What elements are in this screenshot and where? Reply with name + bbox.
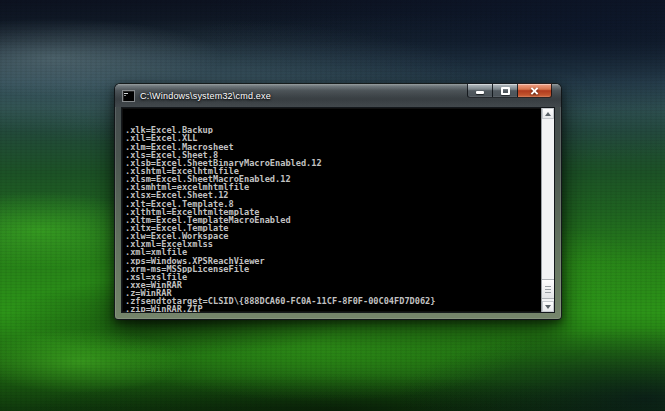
cmd-icon: [122, 90, 135, 102]
terminal-output-line: .xlsx=Excel.Sheet.12: [125, 191, 541, 199]
close-icon: [530, 87, 539, 95]
scrollbar-thumb[interactable]: [542, 279, 554, 299]
terminal-output-line: .xrm-ms=MSSppLicenseFile: [125, 265, 541, 273]
terminal-viewport[interactable]: .xlk=Excel.Backup.xll=Excel.XLL.xlm=Exce…: [121, 107, 555, 313]
window-controls: [467, 83, 552, 98]
terminal-output-line: .xlm=Excel.Macrosheet: [125, 143, 541, 151]
scroll-down-icon: [545, 305, 551, 309]
cmd-window: C:\Windows\system32\cmd.exe .xlk=Excel.B…: [114, 83, 562, 320]
desktop-wallpaper: C:\Windows\system32\cmd.exe .xlk=Excel.B…: [0, 0, 665, 411]
close-button[interactable]: [518, 83, 552, 98]
maximize-icon: [501, 87, 510, 95]
scroll-up-button[interactable]: [542, 108, 554, 119]
terminal-output-line: .xlthtml=Excelhtmltemplate: [125, 208, 541, 216]
terminal-output-line: .xlt=Excel.Template.8: [125, 200, 541, 208]
scroll-down-button[interactable]: [542, 301, 554, 312]
terminal-output-line: .xlw=Excel.Workspace: [125, 232, 541, 240]
minimize-icon: [476, 91, 484, 94]
scrollbar-track[interactable]: [542, 119, 554, 301]
terminal-output-line: .xlk=Excel.Backup: [125, 126, 541, 134]
terminal-output-line: .xxe=WinRAR: [125, 281, 541, 289]
terminal-output-line: .xlsmhtml=excelmhtmlfile: [125, 183, 541, 191]
terminal-output-line: .xsl=xslfile: [125, 273, 541, 281]
titlebar[interactable]: C:\Windows\system32\cmd.exe: [115, 84, 561, 107]
terminal-output-line: .xltm=Excel.TemplateMacroEnabled: [125, 216, 541, 224]
terminal-output-line: .xls=Excel.Sheet.8: [125, 151, 541, 159]
window-title: C:\Windows\system32\cmd.exe: [140, 91, 271, 101]
terminal-output-line: .xltx=Excel.Template: [125, 224, 541, 232]
terminal-output: .xlk=Excel.Backup.xll=Excel.XLL.xlm=Exce…: [122, 108, 541, 312]
terminal-output-line: .xlsm=Excel.SheetMacroEnabled.12: [125, 175, 541, 183]
terminal-output-line: .xml=xmlfile: [125, 248, 541, 256]
terminal-output-line: .xll=Excel.XLL: [125, 134, 541, 142]
terminal-output-line: .zip=WinRAR.ZIP: [125, 305, 541, 312]
scroll-up-icon: [545, 112, 551, 116]
terminal-output-line: .z=WinRAR: [125, 289, 541, 297]
terminal-output-lines: .xlk=Excel.Backup.xll=Excel.XLL.xlm=Exce…: [125, 126, 541, 312]
terminal-output-line: .xlsb=Excel.SheetBinaryMacroEnabled.12: [125, 159, 541, 167]
terminal-output-line: .xlxml=Excelxmlss: [125, 240, 541, 248]
terminal-output-line: .zfsendtotarget=CLSID\{888DCA60-FC0A-11C…: [125, 297, 541, 305]
terminal-output-line: .xlshtml=Excelhtmlfile: [125, 167, 541, 175]
terminal-scrollbar[interactable]: [541, 108, 554, 312]
minimize-button[interactable]: [467, 83, 492, 98]
maximize-button[interactable]: [492, 83, 518, 98]
terminal-output-line: .xps=Windows.XPSReachViewer: [125, 257, 541, 265]
